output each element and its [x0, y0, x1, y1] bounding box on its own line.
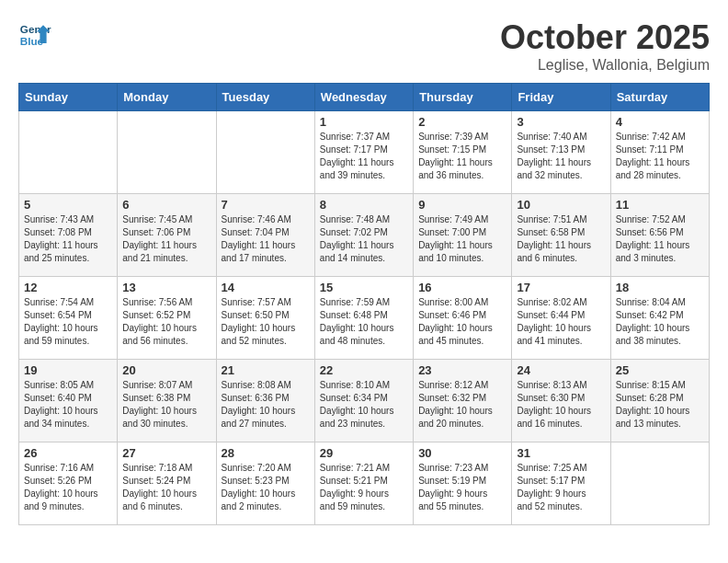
days-of-week-header: SundayMondayTuesdayWednesdayThursdayFrid…: [19, 84, 710, 111]
dow-wednesday: Wednesday: [314, 84, 413, 111]
day-cell: 19Sunrise: 8:05 AMSunset: 6:40 PMDayligh…: [19, 360, 118, 442]
day-number: 13: [122, 281, 210, 294]
day-number: 19: [24, 363, 112, 377]
calendar-table: SundayMondayTuesdayWednesdayThursdayFrid…: [18, 83, 710, 525]
day-cell: [216, 111, 314, 194]
day-number: 16: [418, 281, 506, 294]
day-info: Sunrise: 7:37 AMSunset: 7:17 PMDaylight:…: [320, 131, 408, 182]
day-number: 2: [418, 115, 506, 129]
title-section: October 2025 Leglise, Wallonia, Belgium: [500, 18, 710, 74]
day-info: Sunrise: 7:51 AMSunset: 6:58 PMDaylight:…: [517, 213, 605, 265]
day-number: 24: [517, 363, 605, 377]
day-number: 27: [122, 446, 210, 460]
day-cell: 13Sunrise: 7:56 AMSunset: 6:52 PMDayligh…: [118, 277, 216, 360]
day-info: Sunrise: 7:39 AMSunset: 7:15 PMDaylight:…: [418, 131, 506, 182]
day-number: 26: [24, 446, 112, 460]
day-cell: 6Sunrise: 7:45 AMSunset: 7:06 PMDaylight…: [118, 194, 216, 277]
day-info: Sunrise: 7:25 AMSunset: 5:17 PMDaylight:…: [517, 462, 605, 513]
day-number: 28: [222, 446, 310, 460]
day-cell: 25Sunrise: 8:15 AMSunset: 6:28 PMDayligh…: [610, 360, 709, 442]
logo: General Blue: [18, 18, 51, 52]
calendar-title: October 2025: [500, 18, 710, 57]
day-cell: 11Sunrise: 7:52 AMSunset: 6:56 PMDayligh…: [610, 194, 709, 277]
day-cell: 27Sunrise: 7:18 AMSunset: 5:24 PMDayligh…: [118, 442, 216, 525]
day-number: 21: [222, 363, 310, 377]
day-number: 23: [418, 363, 506, 377]
day-info: Sunrise: 8:12 AMSunset: 6:32 PMDaylight:…: [418, 379, 506, 431]
week-row-3: 19Sunrise: 8:05 AMSunset: 6:40 PMDayligh…: [19, 360, 710, 442]
day-number: 7: [222, 198, 310, 212]
logo-icon: General Blue: [18, 18, 51, 52]
day-info: Sunrise: 7:40 AMSunset: 7:13 PMDaylight:…: [517, 131, 605, 182]
week-row-1: 5Sunrise: 7:43 AMSunset: 7:08 PMDaylight…: [19, 194, 710, 277]
day-number: 25: [616, 363, 704, 377]
day-info: Sunrise: 7:21 AMSunset: 5:21 PMDaylight:…: [320, 462, 408, 513]
day-info: Sunrise: 7:42 AMSunset: 7:11 PMDaylight:…: [616, 131, 704, 182]
day-cell: 30Sunrise: 7:23 AMSunset: 5:19 PMDayligh…: [414, 442, 512, 525]
day-info: Sunrise: 8:00 AMSunset: 6:46 PMDaylight:…: [418, 296, 506, 348]
dow-tuesday: Tuesday: [216, 84, 314, 111]
day-cell: 26Sunrise: 7:16 AMSunset: 5:26 PMDayligh…: [19, 442, 118, 525]
day-cell: 14Sunrise: 7:57 AMSunset: 6:50 PMDayligh…: [216, 277, 314, 360]
dow-sunday: Sunday: [19, 84, 118, 111]
day-number: 5: [24, 198, 112, 212]
day-info: Sunrise: 7:57 AMSunset: 6:50 PMDaylight:…: [222, 296, 310, 348]
day-cell: 23Sunrise: 8:12 AMSunset: 6:32 PMDayligh…: [414, 360, 512, 442]
day-number: 18: [616, 281, 704, 294]
day-info: Sunrise: 7:23 AMSunset: 5:19 PMDaylight:…: [418, 462, 506, 513]
day-cell: 9Sunrise: 7:49 AMSunset: 7:00 PMDaylight…: [414, 194, 512, 277]
day-cell: 29Sunrise: 7:21 AMSunset: 5:21 PMDayligh…: [314, 442, 413, 525]
day-cell: 16Sunrise: 8:00 AMSunset: 6:46 PMDayligh…: [414, 277, 512, 360]
day-info: Sunrise: 8:13 AMSunset: 6:30 PMDaylight:…: [517, 379, 605, 431]
day-number: 8: [320, 198, 408, 212]
day-cell: 28Sunrise: 7:20 AMSunset: 5:23 PMDayligh…: [216, 442, 314, 525]
page-header: General Blue October 2025 Leglise, Wallo…: [18, 18, 710, 74]
calendar-subtitle: Leglise, Wallonia, Belgium: [500, 57, 710, 74]
day-number: 12: [24, 281, 112, 294]
dow-saturday: Saturday: [610, 84, 709, 111]
dow-friday: Friday: [512, 84, 610, 111]
day-cell: [19, 111, 118, 194]
day-cell: 5Sunrise: 7:43 AMSunset: 7:08 PMDaylight…: [19, 194, 118, 277]
day-info: Sunrise: 8:07 AMSunset: 6:38 PMDaylight:…: [122, 379, 210, 431]
week-row-2: 12Sunrise: 7:54 AMSunset: 6:54 PMDayligh…: [19, 277, 710, 360]
day-info: Sunrise: 7:49 AMSunset: 7:00 PMDaylight:…: [418, 213, 506, 265]
day-cell: [610, 442, 709, 525]
week-row-4: 26Sunrise: 7:16 AMSunset: 5:26 PMDayligh…: [19, 442, 710, 525]
day-info: Sunrise: 7:56 AMSunset: 6:52 PMDaylight:…: [122, 296, 210, 348]
day-number: 3: [517, 115, 605, 129]
day-cell: 3Sunrise: 7:40 AMSunset: 7:13 PMDaylight…: [512, 111, 610, 194]
day-cell: 20Sunrise: 8:07 AMSunset: 6:38 PMDayligh…: [118, 360, 216, 442]
day-cell: 31Sunrise: 7:25 AMSunset: 5:17 PMDayligh…: [512, 442, 610, 525]
day-number: 4: [616, 115, 704, 129]
day-number: 30: [418, 446, 506, 460]
day-cell: 17Sunrise: 8:02 AMSunset: 6:44 PMDayligh…: [512, 277, 610, 360]
day-cell: 15Sunrise: 7:59 AMSunset: 6:48 PMDayligh…: [314, 277, 413, 360]
day-cell: 7Sunrise: 7:46 AMSunset: 7:04 PMDaylight…: [216, 194, 314, 277]
day-info: Sunrise: 7:59 AMSunset: 6:48 PMDaylight:…: [320, 296, 408, 348]
day-info: Sunrise: 7:54 AMSunset: 6:54 PMDaylight:…: [24, 296, 112, 348]
day-info: Sunrise: 7:52 AMSunset: 6:56 PMDaylight:…: [616, 213, 704, 265]
day-cell: 4Sunrise: 7:42 AMSunset: 7:11 PMDaylight…: [610, 111, 709, 194]
calendar-body: 1Sunrise: 7:37 AMSunset: 7:17 PMDaylight…: [19, 111, 710, 525]
day-cell: [118, 111, 216, 194]
day-cell: 1Sunrise: 7:37 AMSunset: 7:17 PMDaylight…: [314, 111, 413, 194]
day-number: 22: [320, 363, 408, 377]
day-number: 11: [616, 198, 704, 212]
week-row-0: 1Sunrise: 7:37 AMSunset: 7:17 PMDaylight…: [19, 111, 710, 194]
day-cell: 10Sunrise: 7:51 AMSunset: 6:58 PMDayligh…: [512, 194, 610, 277]
dow-monday: Monday: [118, 84, 216, 111]
day-info: Sunrise: 8:02 AMSunset: 6:44 PMDaylight:…: [517, 296, 605, 348]
day-number: 29: [320, 446, 408, 460]
day-info: Sunrise: 7:48 AMSunset: 7:02 PMDaylight:…: [320, 213, 408, 265]
day-cell: 22Sunrise: 8:10 AMSunset: 6:34 PMDayligh…: [314, 360, 413, 442]
day-cell: 18Sunrise: 8:04 AMSunset: 6:42 PMDayligh…: [610, 277, 709, 360]
day-number: 31: [517, 446, 605, 460]
day-info: Sunrise: 7:20 AMSunset: 5:23 PMDaylight:…: [222, 462, 310, 513]
day-info: Sunrise: 8:05 AMSunset: 6:40 PMDaylight:…: [24, 379, 112, 431]
dow-thursday: Thursday: [414, 84, 512, 111]
day-cell: 24Sunrise: 8:13 AMSunset: 6:30 PMDayligh…: [512, 360, 610, 442]
day-number: 10: [517, 198, 605, 212]
day-info: Sunrise: 8:10 AMSunset: 6:34 PMDaylight:…: [320, 379, 408, 431]
day-number: 6: [122, 198, 210, 212]
